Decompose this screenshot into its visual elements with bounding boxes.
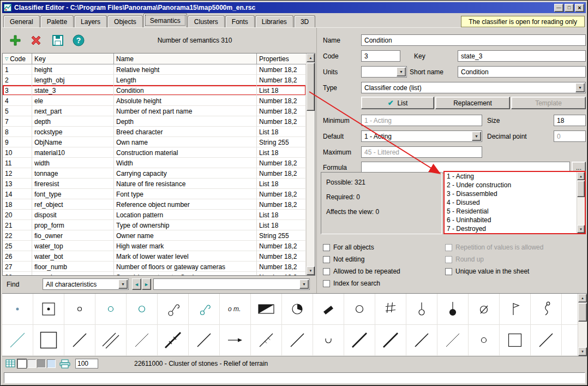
table-row[interactable]: 9ObjNameOwn nameString 255 bbox=[3, 137, 306, 147]
table-row[interactable]: 14font_typeFont typeNumber 18,2 bbox=[3, 189, 306, 199]
maximize-button[interactable]: □ bbox=[565, 4, 574, 12]
minimize-button[interactable]: — bbox=[554, 4, 563, 12]
column-header-properties[interactable]: Properties bbox=[257, 54, 306, 64]
symbol-circle-open[interactable] bbox=[469, 325, 500, 356]
symbol-hash[interactable] bbox=[375, 294, 406, 325]
table-row[interactable]: 25water_topHigh water markNumber 18,2 bbox=[3, 241, 306, 251]
symbol-diag[interactable] bbox=[64, 325, 95, 356]
symbol-wedge[interactable] bbox=[313, 294, 344, 325]
find-filter-combo[interactable]: All characteristics ▼ bbox=[43, 278, 129, 290]
tab-3d[interactable]: 3D bbox=[294, 15, 315, 27]
delete-semantic-button[interactable] bbox=[28, 33, 44, 48]
default-combo[interactable]: 1 - Acting ▼ bbox=[361, 130, 482, 142]
table-row[interactable]: 21prop_formType of ownershipList 18 bbox=[3, 220, 306, 230]
symbol-blank[interactable] bbox=[562, 325, 578, 356]
symbol-spring-teal[interactable] bbox=[189, 294, 220, 325]
table-row[interactable]: 10material10Construction materialList 18 bbox=[3, 147, 306, 158]
table-row[interactable]: 3state_3ConditionList 18 bbox=[3, 85, 306, 96]
symbol-diag-ticks[interactable] bbox=[251, 325, 282, 356]
checkbox-box[interactable] bbox=[323, 268, 330, 275]
dropdown-arrow-icon[interactable]: ▼ bbox=[472, 132, 481, 141]
scroll-thumb[interactable] bbox=[577, 181, 585, 197]
symbol-circle-md[interactable] bbox=[344, 294, 375, 325]
dropdown-arrow-icon[interactable]: ▼ bbox=[397, 67, 406, 76]
table-row[interactable]: 26water_botMark of lower water levelNumb… bbox=[3, 251, 306, 262]
close-button[interactable]: × bbox=[575, 4, 584, 12]
table-row[interactable]: 2length_objLengthNumber 18,2 bbox=[3, 75, 306, 85]
symbol-diag-heavy-ticks[interactable] bbox=[158, 325, 189, 356]
find-text-combo[interactable]: ▼ bbox=[153, 278, 310, 290]
swatch-white[interactable] bbox=[17, 359, 26, 368]
tab-fonts[interactable]: Fonts bbox=[225, 15, 255, 27]
tab-clusters[interactable]: Clusters bbox=[188, 15, 225, 27]
table-row[interactable]: 13fireresistNature of fire resistanceLis… bbox=[3, 179, 306, 189]
symbol-diag-thin[interactable] bbox=[437, 325, 469, 356]
swatch-light-gray[interactable] bbox=[27, 359, 36, 368]
save-button[interactable] bbox=[50, 33, 65, 48]
table-row[interactable]: 18ref_objectReference object numberNumbe… bbox=[3, 199, 306, 210]
swatch-light-blue[interactable] bbox=[47, 359, 56, 368]
symbol-spring[interactable] bbox=[158, 294, 189, 325]
table-row[interactable]: 12tonnageCarrying capacityNumber 18,2 bbox=[3, 168, 306, 179]
symbol-blank[interactable] bbox=[562, 294, 578, 325]
list-value[interactable]: 3 - Disassembled bbox=[445, 189, 577, 198]
symbol-pin-filled[interactable] bbox=[437, 294, 469, 325]
column-header-code[interactable]: ▽ Code bbox=[3, 54, 32, 64]
list-type-button[interactable]: ✔ List bbox=[361, 97, 434, 109]
list-value[interactable]: 5 - Residential bbox=[445, 207, 577, 216]
symbol-u-mark[interactable] bbox=[313, 325, 344, 356]
scroll-down-button[interactable]: ▼ bbox=[577, 225, 585, 233]
table-row[interactable]: 7depthDepthNumber 18,2 bbox=[3, 116, 306, 127]
dropdown-arrow-icon[interactable]: ▼ bbox=[299, 280, 309, 289]
symbol-arrow[interactable] bbox=[220, 325, 251, 356]
table-row[interactable]: 5next_partNumber of next part nameNumber… bbox=[3, 106, 306, 116]
code-field[interactable]: 3 bbox=[361, 50, 400, 62]
symbol-circle-slash[interactable] bbox=[469, 294, 500, 325]
key-field[interactable]: state_3 bbox=[458, 50, 586, 62]
checkbox-for-all-objects[interactable]: For all objects bbox=[323, 241, 400, 253]
symbol-diag[interactable] bbox=[406, 325, 437, 356]
tab-objects[interactable]: Objects bbox=[107, 15, 143, 27]
tab-general[interactable]: General bbox=[3, 15, 40, 27]
symbol-om-text[interactable]: o m. bbox=[220, 294, 251, 325]
tab-semantics[interactable]: Semantics bbox=[143, 13, 187, 27]
symbol-diag[interactable] bbox=[531, 325, 562, 356]
column-header-key[interactable]: Key bbox=[32, 54, 114, 64]
tab-layers[interactable]: Layers bbox=[74, 15, 107, 27]
symbol-diag-teal[interactable] bbox=[2, 325, 33, 356]
checkbox-unique-value-in-the-sheet[interactable]: Unique value in the sheet bbox=[445, 265, 543, 277]
checkbox-box[interactable] bbox=[323, 244, 330, 251]
scroll-up-button[interactable]: ▲ bbox=[307, 54, 315, 62]
symbol-circle-teal-lg[interactable] bbox=[127, 294, 158, 325]
palette-scrollbar[interactable]: ▲ ▼ bbox=[578, 294, 587, 356]
table-row[interactable]: 4eleAbsolute heightNumber 18,2 bbox=[3, 96, 306, 106]
size-field[interactable]: 18 bbox=[554, 115, 586, 126]
checkbox-box[interactable] bbox=[323, 256, 330, 263]
symbol-dot[interactable] bbox=[2, 294, 33, 325]
checkbox-box[interactable] bbox=[323, 280, 330, 287]
zoom-input[interactable] bbox=[75, 359, 98, 369]
symbol-diag-thin[interactable] bbox=[127, 325, 158, 356]
dropdown-arrow-icon[interactable]: ▼ bbox=[118, 280, 128, 289]
symbol-diag[interactable] bbox=[189, 325, 220, 356]
title-bar[interactable]: Classifier Editor - C:\Program Files\Pan… bbox=[2, 2, 586, 13]
symbol-circle-teal[interactable] bbox=[95, 294, 127, 325]
scroll-up-button[interactable]: ▲ bbox=[578, 294, 587, 302]
symbol-diag-bold[interactable] bbox=[375, 325, 406, 356]
scroll-down-button[interactable]: ▼ bbox=[578, 347, 587, 356]
symbol-circle-sector[interactable] bbox=[282, 294, 313, 325]
table-row[interactable]: 8rockstypeBreed characterList 18 bbox=[3, 127, 306, 137]
scroll-thumb[interactable] bbox=[578, 303, 587, 322]
column-header-name[interactable]: Name bbox=[114, 54, 257, 64]
help-button[interactable]: ? bbox=[71, 33, 86, 48]
symbol-diag[interactable] bbox=[282, 325, 313, 356]
checkbox-not-editing[interactable]: Not editing bbox=[323, 253, 400, 265]
checkbox-box[interactable] bbox=[445, 268, 452, 275]
list-value[interactable]: 1 - Acting bbox=[445, 172, 577, 181]
replacement-button[interactable]: Replacement bbox=[435, 97, 510, 109]
grid-view-button[interactable] bbox=[4, 359, 16, 369]
checkbox-allowed-to-be-repeated[interactable]: Allowed to be repeated bbox=[323, 265, 400, 277]
swatch-gray[interactable] bbox=[37, 359, 46, 368]
table-row[interactable]: 20dispositLocation patternList 18 bbox=[3, 210, 306, 220]
scroll-thumb[interactable] bbox=[307, 63, 315, 111]
